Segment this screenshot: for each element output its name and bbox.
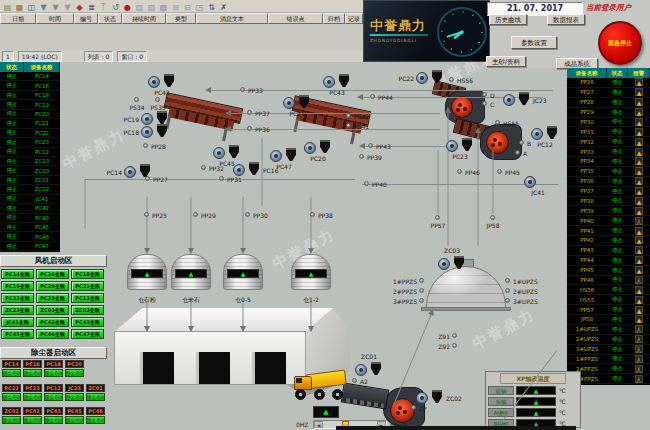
fan-start-button-PC43[interactable]: PC43变频 <box>71 317 104 327</box>
alarm-bell-icon[interactable]: ▲ <box>635 286 643 294</box>
equipment-PC45[interactable]: PC45 <box>213 145 243 159</box>
alarm-bell-icon[interactable]: ▲ <box>635 118 643 126</box>
device-row-2#UPZS[interactable]: 2#UPZS停止人 <box>567 335 650 345</box>
device-row-HS55[interactable]: HS55停止▲ <box>567 295 650 305</box>
device-row-PC47[interactable]: 停止PC47 <box>0 242 60 251</box>
device-row-3#UPZS[interactable]: 3#UPZS停止人 <box>567 345 650 355</box>
device-row-PP36[interactable]: PP36停止▲ <box>567 177 650 187</box>
person-icon[interactable]: 人 <box>635 325 643 333</box>
alarm-bell-icon[interactable]: ▲ <box>635 167 643 175</box>
equipment-JC41[interactable]: JC41 <box>524 174 554 188</box>
alarm-column-2[interactable]: 时间 <box>36 13 74 24</box>
parameter-settings-button[interactable]: 参数设置 <box>511 36 557 49</box>
alarm-bell-icon[interactable]: ▲ <box>635 266 643 274</box>
dust-start-button-PC46[interactable]: 除尘启动 <box>86 416 105 424</box>
filter-new-icon[interactable]: ▼ <box>50 1 61 12</box>
view-2-icon[interactable]: ▨ <box>146 1 157 12</box>
silo-3[interactable]: ▲仓0-5 <box>223 254 263 294</box>
device-row-PC45[interactable]: 停止PC45 <box>0 223 60 232</box>
fan-start-button-PC22[interactable]: PC22变频 <box>1 293 34 303</box>
equipment-PC21[interactable]: PC21 <box>283 95 313 109</box>
storage-dome[interactable] <box>424 264 508 308</box>
alarm-column-3[interactable]: 编号 <box>74 13 98 24</box>
person-icon[interactable]: 人 <box>635 365 643 373</box>
alarm-bell-icon[interactable]: ▲ <box>635 128 643 136</box>
dust-start-button-PC14[interactable]: 除尘启动 <box>2 369 21 377</box>
dust-start-button-PC45[interactable]: 除尘启动 <box>65 416 84 424</box>
alarm-column-10[interactable]: 记录 <box>345 13 363 24</box>
device-row-PC19[interactable]: 停止PC19 <box>0 100 60 109</box>
open-icon[interactable]: ▦ <box>14 1 25 12</box>
new-icon[interactable]: ▤ <box>2 1 13 12</box>
device-row-PP31[interactable]: PP31停止▲ <box>567 127 650 137</box>
device-row-1#PPZS[interactable]: 1#PPZS停止人 <box>567 355 650 365</box>
alarm-list[interactable] <box>0 24 363 50</box>
alarm-bell-icon[interactable]: ▲ <box>635 197 643 205</box>
alarm-bell-icon[interactable]: ▲ <box>635 88 643 96</box>
fan-start-button-ZC03[interactable]: ZC03变频 <box>36 305 69 315</box>
device-row-PP28[interactable]: PP28停止▲ <box>567 98 650 108</box>
equipment-PC22[interactable]: PC22 <box>416 70 446 84</box>
device-row-ZC01[interactable]: 停止ZC01 <box>0 176 60 185</box>
sort-icon[interactable]: ⇅ <box>206 1 217 12</box>
device-row-PP57[interactable]: PP57停止▲ <box>567 305 650 315</box>
dump-truck[interactable] <box>292 370 346 402</box>
device-row-ZC23[interactable]: 停止ZC23 <box>0 157 60 166</box>
alarm-bell-icon[interactable]: ▲ <box>635 236 643 244</box>
device-row-PC43[interactable]: 停止PC43 <box>0 214 60 223</box>
device-row-JC41[interactable]: 停止JC41 <box>0 195 60 204</box>
silo-2[interactable]: ▲仓米石 <box>171 254 211 294</box>
alarm-column-6[interactable]: 类型 <box>166 13 196 24</box>
fan-start-button-PC20[interactable]: PC20变频 <box>36 281 69 291</box>
alarm-bell-icon[interactable]: ▲ <box>635 246 643 254</box>
history-curve-button[interactable]: 历史曲线 <box>489 14 527 25</box>
screen-machine-1[interactable] <box>161 92 244 138</box>
dust-start-button-PC23[interactable]: 除尘启动 <box>23 393 42 401</box>
device-row-1#UPZS[interactable]: 1#UPZS停止人 <box>567 325 650 335</box>
device-row-PC14[interactable]: 停止PC14 <box>0 72 60 81</box>
device-row-PP46[interactable]: PP46停止人 <box>567 276 650 286</box>
person-icon[interactable]: 人 <box>635 345 643 353</box>
stop-icon[interactable]: ● <box>122 1 133 12</box>
device-row-HS56[interactable]: HS56停止▲ <box>567 285 650 295</box>
filter-all-icon[interactable]: ▼ <box>38 1 49 12</box>
clear-icon[interactable]: ✗ <box>218 1 229 12</box>
person-icon[interactable]: 人 <box>635 375 643 383</box>
device-row-PC16[interactable]: 停止PC16 <box>0 81 60 90</box>
device-row-JP58[interactable]: JP58停止▲ <box>567 315 650 325</box>
device-row-PP38[interactable]: PP38停止▲ <box>567 197 650 207</box>
device-row-PP43[interactable]: PP43停止▲ <box>567 246 650 256</box>
alarm-bell-icon[interactable]: ▲ <box>635 207 643 215</box>
alarm-column-4[interactable]: 状态 <box>98 13 122 24</box>
fan-start-button-PC23[interactable]: PC23变频 <box>36 293 69 303</box>
pin-icon[interactable]: ◆ <box>74 1 85 12</box>
equipment-PC23[interactable]: PC23 <box>446 138 476 152</box>
person-icon[interactable]: 人 <box>635 355 643 363</box>
alarm-bell-icon[interactable]: ▲ <box>635 177 643 185</box>
equipment-JC23[interactable]: JC23 <box>503 92 533 106</box>
fan-start-button-PC46[interactable]: PC46变频 <box>36 329 69 339</box>
fan-start-button-ZC23[interactable]: ZC23变频 <box>1 305 34 315</box>
person-icon[interactable]: 人 <box>635 276 643 284</box>
device-row-PP29[interactable]: PP29停止▲ <box>567 108 650 118</box>
silo-4[interactable]: ▲仓1-2 <box>291 254 331 294</box>
alarm-column-8[interactable]: 错误点 <box>268 13 323 24</box>
device-row-PP44[interactable]: PP44停止▲ <box>567 256 650 266</box>
equipment-ZC03[interactable]: ZC03 <box>438 256 468 270</box>
dust-start-button-PC16[interactable]: 除尘启动 <box>23 369 42 377</box>
alarm-bell-icon[interactable]: ▲ <box>635 108 643 116</box>
alarm-bell-icon[interactable]: ▲ <box>635 157 643 165</box>
device-row-PP34[interactable]: PP34停止▲ <box>567 157 650 167</box>
dust-start-button-JC23[interactable]: 除尘启动 <box>65 393 84 401</box>
equipment-PC16[interactable]: PC16 <box>233 162 263 176</box>
device-row-PC12[interactable]: 停止PC12 <box>0 148 60 157</box>
device-row-PP41[interactable]: PP41停止▲ <box>567 226 650 236</box>
device-row-PC22[interactable]: 停止PC22 <box>0 129 60 138</box>
alarm-bell-icon[interactable]: ▲ <box>635 306 643 314</box>
dust-start-button-PC22[interactable]: 除尘启动 <box>2 393 21 401</box>
font-icon[interactable]: T <box>98 1 109 12</box>
slider-left-arrow[interactable]: ◄ <box>314 421 323 428</box>
alarm-column-5[interactable]: 持续时间 <box>122 13 166 24</box>
equipment-PC42[interactable]: PC42 <box>148 74 178 88</box>
equipment-ZC01[interactable]: ZC01 <box>355 362 385 376</box>
